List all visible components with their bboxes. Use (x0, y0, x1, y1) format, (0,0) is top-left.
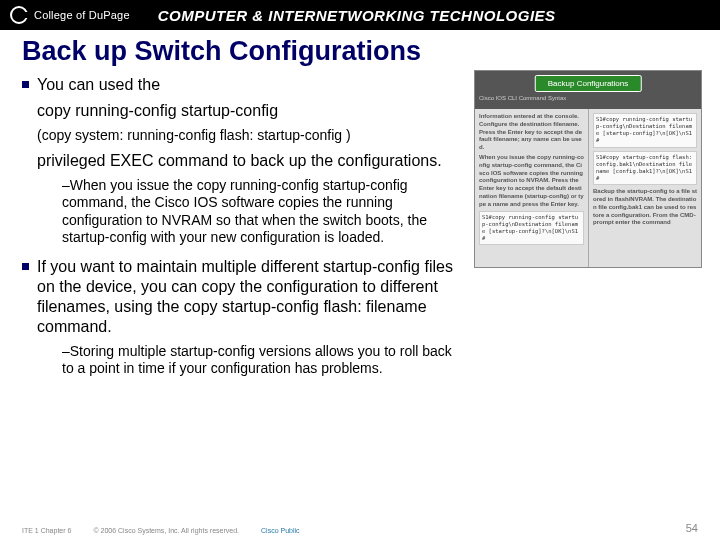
figure-header: Backup Configurations Cisco IOS CLI Comm… (475, 71, 701, 109)
footer-copyright: © 2006 Cisco Systems, Inc. All rights re… (93, 527, 239, 534)
figure-left-col: Information entered at the console. Conf… (475, 109, 588, 267)
command-line-1: copy running-config startup-config (37, 101, 452, 121)
figure-right-mono2: S1#copy startup-config flash:config.bak1… (593, 151, 697, 186)
bullet-1-text: You can used the (37, 75, 160, 95)
footer-public: Cisco Public (261, 527, 300, 534)
banner-left: College of DuPage (0, 0, 130, 30)
figure-caption: Cisco IOS CLI Command Syntax (479, 95, 566, 101)
figure-right-mono1: S1#copy running-config startup-config\nD… (593, 113, 697, 148)
figure-left-mono: S1#copy running-config startup-config\nD… (479, 211, 584, 246)
sub-bullet-1: –When you issue the copy running-config … (62, 177, 462, 247)
left-column: You can used the copy running-config sta… (22, 75, 452, 247)
command-line-2: (copy system: running-config flash: star… (37, 127, 452, 145)
footer-chapter: ITE 1 Chapter 6 (22, 527, 71, 534)
privileged-line: privileged EXEC command to back up the c… (37, 151, 467, 171)
figure-left-text2: When you issue the copy running-config s… (479, 154, 584, 209)
bullet-2: If you want to maintain multiple differe… (22, 257, 472, 337)
bullet-2-text: If you want to maintain multiple differe… (37, 257, 472, 337)
figure-right-text: Backup the startup-config to a file stor… (593, 188, 697, 227)
college-name: College of DuPage (34, 9, 130, 21)
figure-title-badge: Backup Configurations (535, 75, 642, 92)
banner-program: COMPUTER & INTERNETWORKING TECHNOLOGIES (130, 7, 720, 24)
bullet-square-icon (22, 263, 29, 270)
side-figure: Backup Configurations Cisco IOS CLI Comm… (474, 70, 702, 268)
bullet-1: You can used the (22, 75, 452, 95)
sub-bullet-2: –Storing multiple startup-config version… (62, 343, 462, 378)
bullet-square-icon (22, 81, 29, 88)
slide-content: Back up Switch Configurations You can us… (0, 30, 720, 378)
slide-title: Back up Switch Configurations (22, 36, 698, 67)
figure-right-col: S1#copy running-config startup-config\nD… (588, 109, 701, 267)
footer: ITE 1 Chapter 6 © 2006 Cisco Systems, In… (0, 527, 720, 534)
figure-body: Information entered at the console. Conf… (475, 109, 701, 267)
figure-left-text: Information entered at the console. Conf… (479, 113, 584, 152)
header-banner: College of DuPage COMPUTER & INTERNETWOR… (0, 0, 720, 30)
college-logo-icon (10, 6, 28, 24)
slide-number: 54 (686, 522, 698, 534)
